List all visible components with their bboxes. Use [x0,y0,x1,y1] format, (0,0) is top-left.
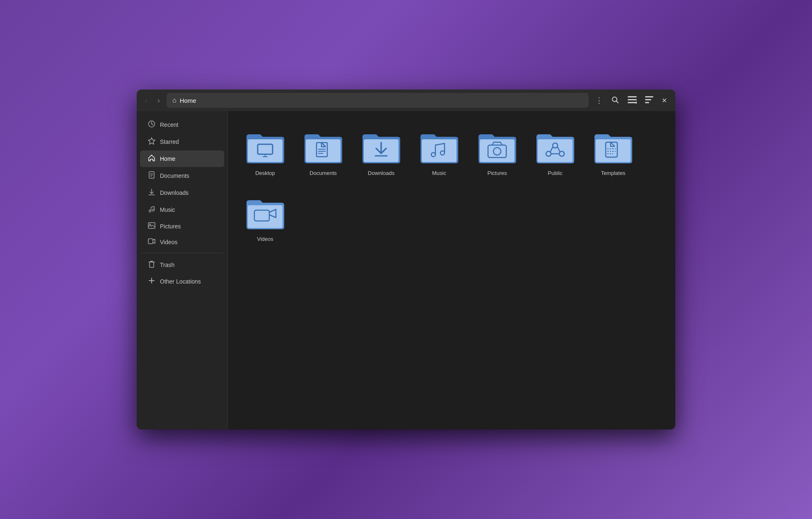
sidebar-item-label: Starred [160,138,179,145]
sidebar-item-documents[interactable]: Documents [140,167,224,184]
music-sidebar-icon [147,205,156,214]
sidebar-item-label: Documents [160,172,189,179]
header-bar: ‹ › ⌂ Home ⋮ [137,90,675,111]
folder-label: Documents [309,170,337,176]
sidebar-item-trash[interactable]: Trash [140,257,224,273]
svg-line-11 [152,124,153,125]
svg-rect-6 [645,96,653,97]
sidebar-item-label: Home [160,155,175,162]
svg-point-25 [150,224,151,225]
sidebar-item-music[interactable]: Music [140,201,224,218]
pictures-sidebar-icon [147,222,156,230]
sidebar-item-home[interactable]: Home [140,150,224,167]
close-button[interactable]: ✕ [658,94,670,107]
svg-point-20 [152,209,155,211]
home-sidebar-icon [147,154,156,163]
sidebar-item-starred[interactable]: Starred [140,133,224,150]
menu-dots-button[interactable]: ⋮ [592,94,606,107]
folder-pictures[interactable]: Pictures [472,124,522,181]
files-grid: Desktop Documents [240,124,663,247]
sidebar-item-label: Pictures [160,223,181,230]
folder-documents[interactable]: Documents [298,124,348,181]
list-view-button[interactable] [624,94,640,107]
address-text: Home [180,97,196,104]
svg-rect-7 [645,99,651,100]
body: Recent Starred Home [137,111,675,429]
back-button[interactable]: ‹ [142,94,151,107]
documents-sidebar-icon [147,171,156,180]
svg-rect-2 [628,96,637,97]
file-manager-window: ‹ › ⌂ Home ⋮ [137,90,675,429]
sidebar-item-label: Music [160,206,175,213]
other-locations-icon [147,277,156,286]
folder-public[interactable]: Public [530,124,580,181]
sidebar-item-other-locations[interactable]: Other Locations [140,274,224,289]
svg-point-19 [149,210,151,212]
folder-label: Templates [601,170,625,176]
downloads-sidebar-icon [147,188,156,197]
svg-line-23 [151,206,155,207]
sidebar-item-recent[interactable]: Recent [140,116,224,133]
folder-label: Music [432,170,446,176]
svg-rect-26 [148,239,153,244]
sidebar-item-label: Trash [160,262,174,268]
folder-templates[interactable]: Templates [588,124,638,181]
recent-icon [147,120,156,129]
svg-rect-68 [248,205,283,228]
sidebar-divider [142,253,222,253]
svg-rect-34 [248,139,283,162]
folder-music[interactable]: Music [414,124,464,181]
trash-sidebar-icon [147,260,156,269]
svg-rect-8 [645,102,649,103]
folder-label: Pictures [488,170,507,176]
videos-sidebar-icon [147,238,156,246]
main-content: Desktop Documents [228,111,675,429]
sidebar-item-downloads[interactable]: Downloads [140,184,224,201]
search-button[interactable] [608,93,623,108]
sidebar-item-pictures[interactable]: Pictures [140,218,224,234]
folder-label: Public [548,170,562,176]
sidebar-item-videos[interactable]: Videos [140,235,224,250]
home-icon: ⌂ [172,97,176,104]
sidebar-item-label: Recent [160,121,178,128]
svg-rect-3 [628,99,637,100]
svg-line-1 [616,101,619,103]
svg-rect-28 [150,262,154,267]
starred-icon [147,137,156,146]
sidebar-item-label: Other Locations [160,278,201,285]
sort-button[interactable] [642,94,657,107]
sidebar: Recent Starred Home [137,111,228,429]
address-bar[interactable]: ⌂ Home [167,93,589,108]
folder-videos[interactable]: Videos [240,189,290,247]
sidebar-item-label: Videos [160,239,178,245]
folder-label: Desktop [255,170,275,176]
forward-button[interactable]: › [154,94,163,107]
folder-label: Videos [257,236,273,242]
folder-label: Downloads [368,170,394,176]
svg-marker-12 [148,138,155,144]
header-actions: ⋮ [592,93,670,108]
folder-downloads[interactable]: Downloads [356,124,406,181]
folder-desktop[interactable]: Desktop [240,124,290,181]
svg-rect-47 [422,139,457,162]
sidebar-item-label: Downloads [160,189,188,196]
